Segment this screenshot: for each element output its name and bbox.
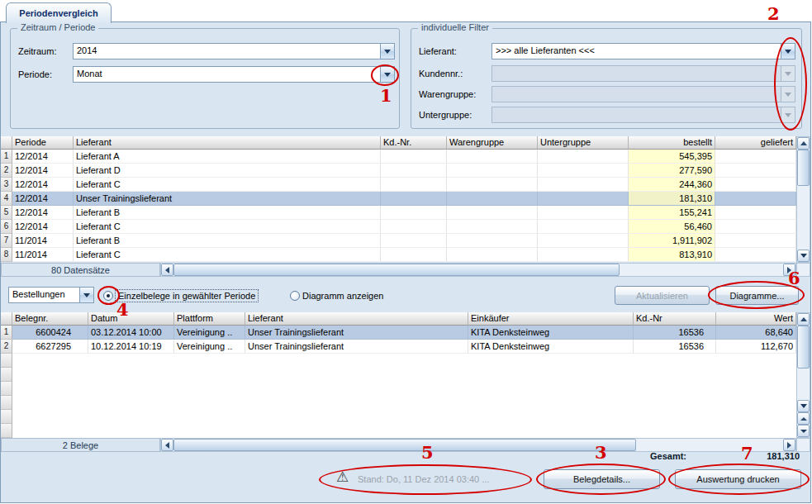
table-row-empty[interactable]: [1, 396, 796, 410]
row-number: 2: [1, 164, 12, 178]
cell-einkaeufer: KITA Denksteinweg: [468, 326, 634, 340]
row-number: [1, 424, 12, 438]
table-row-empty[interactable]: [1, 382, 796, 396]
cell-periode: 12/2014: [12, 164, 74, 178]
radio-diagramm[interactable]: [290, 291, 300, 301]
empty-cell: [12, 354, 796, 368]
lieferant-dropdown-button[interactable]: [781, 44, 795, 59]
table-row[interactable]: 2 6627295 10.12.2014 10:19 Vereinigung .…: [1, 340, 796, 354]
column-header-kdnr[interactable]: Kd.-Nr.: [381, 136, 447, 150]
periode-dropdown-button[interactable]: [380, 67, 394, 82]
auswertung-drucken-button[interactable]: Auswertung drucken: [675, 469, 801, 489]
table-row[interactable]: 5 12/2014 Lieferant B 155,241: [1, 206, 796, 220]
scroll-left-button[interactable]: [161, 264, 173, 276]
warengruppe-dropdown-button: [781, 87, 795, 102]
cell-lieferant: Lieferant B: [74, 234, 381, 248]
lieferant-value[interactable]: >>> alle Lieferanten <<<: [492, 44, 781, 59]
beleg-table-hscrollbar[interactable]: [160, 438, 796, 452]
zeitraum-value[interactable]: 2014: [74, 44, 380, 59]
scroll-right-button[interactable]: [783, 439, 795, 451]
column-header-bestellt[interactable]: bestellt: [629, 136, 715, 150]
zeitraum-dropdown-button[interactable]: [380, 44, 394, 59]
cell-warengruppe: [447, 220, 538, 234]
scroll-page-up-button[interactable]: [797, 412, 810, 425]
cell-plattform: Vereinigung ..: [174, 326, 245, 340]
lieferant-combobox[interactable]: >>> alle Lieferanten <<<: [491, 43, 795, 59]
table-row[interactable]: 3 12/2014 Lieferant C 244,360: [1, 178, 796, 192]
cell-kdnr: [381, 234, 447, 248]
table-row-empty[interactable]: [1, 424, 796, 438]
column-header-einkaeufer[interactable]: Einkäufer: [468, 312, 634, 326]
double-arrow-down-icon: [800, 430, 807, 433]
radio-einzelbelege[interactable]: [103, 291, 113, 301]
arrow-right-icon: [787, 442, 791, 449]
chevron-down-icon: [785, 113, 791, 117]
belegart-dropdown-button[interactable]: [79, 288, 93, 302]
row-number: [1, 368, 12, 382]
table-row[interactable]: 2 12/2014 Lieferant D 277,590: [1, 164, 796, 178]
column-header-wert[interactable]: Wert: [716, 312, 796, 326]
radio-einzelbelege-label[interactable]: Einzelbelege in gewählter Periode: [115, 289, 259, 302]
table-row-empty[interactable]: [1, 368, 796, 382]
arrow-left-icon: [165, 442, 169, 449]
beleg-table: Belegnr. Datum Plattform Lieferant Einkä…: [1, 312, 796, 438]
scroll-up-button[interactable]: [797, 313, 810, 326]
table-row-selected[interactable]: 4 12/2014 Unser Trainingslieferant 181,3…: [1, 192, 796, 206]
main-table-vscrollbar[interactable]: [796, 136, 810, 263]
period-comparison-table: Periode Lieferant Kd.-Nr. Warengruppe Un…: [1, 136, 796, 262]
scroll-thumb[interactable]: [797, 150, 810, 186]
table-row-selected[interactable]: 1 6600424 03.12.2014 10:00 Vereinigung .…: [1, 326, 796, 340]
cell-lieferant: Lieferant D: [74, 164, 381, 178]
table-row-empty[interactable]: [1, 354, 796, 368]
kundennr-label: Kundennr.:: [419, 69, 463, 78]
arrow-left-icon: [165, 267, 169, 273]
diagramme-button[interactable]: Diagramme...: [715, 286, 799, 305]
column-header-lieferant[interactable]: Lieferant: [74, 136, 381, 150]
column-header-lieferant[interactable]: Lieferant: [245, 312, 468, 326]
scroll-down-button[interactable]: [797, 250, 810, 262]
beleg-table-vscrollbar[interactable]: [796, 312, 810, 438]
column-header-periode[interactable]: Periode: [12, 136, 74, 150]
belegdetails-button[interactable]: Belegdetails...: [544, 469, 660, 489]
scroll-up-button[interactable]: [797, 137, 810, 150]
table-row[interactable]: 7 11/2014 Lieferant B 1,911,902: [1, 234, 796, 248]
belegart-combobox[interactable]: Bestellungen: [8, 287, 94, 303]
scroll-down-button[interactable]: [797, 400, 810, 412]
column-header-warengruppe[interactable]: Warengruppe: [447, 136, 538, 150]
scroll-left-button[interactable]: [161, 439, 173, 451]
aktualisieren-button[interactable]: Aktualisieren: [615, 286, 710, 305]
cell-untergruppe: [538, 220, 629, 234]
row-number: 2: [1, 340, 12, 354]
cell-untergruppe: [538, 248, 629, 262]
row-number: [1, 354, 12, 368]
radio-diagramm-label[interactable]: Diagramm anzeigen: [302, 291, 383, 301]
column-header-geliefert[interactable]: geliefert: [715, 136, 796, 150]
column-header-plattform[interactable]: Plattform: [174, 312, 245, 326]
scroll-right-button[interactable]: [783, 264, 795, 276]
cell-lieferant: Unser Trainingslieferant: [74, 192, 381, 206]
cell-geliefert: [715, 248, 796, 262]
cell-warengruppe: [447, 248, 538, 262]
periode-value[interactable]: Monat: [74, 67, 380, 82]
zeitraum-combobox[interactable]: 2014: [73, 43, 395, 59]
scroll-thumb[interactable]: [173, 264, 620, 276]
scroll-page-down-button[interactable]: [797, 425, 810, 437]
column-header-belegnr[interactable]: Belegnr.: [12, 312, 88, 326]
cell-periode: 11/2014: [12, 248, 74, 262]
cell-lieferant: Lieferant C: [74, 178, 381, 192]
main-table-hscrollbar[interactable]: [160, 263, 796, 277]
belegart-value[interactable]: Bestellungen: [9, 288, 79, 302]
periode-combobox[interactable]: Monat: [73, 66, 395, 83]
tab-periodenvergleich[interactable]: Periodenvergleich: [6, 2, 112, 23]
table-row[interactable]: 6 12/2014 Lieferant C 56,460: [1, 220, 796, 234]
gesamt-value: 181,310: [748, 451, 800, 461]
column-header-untergruppe[interactable]: Untergruppe: [538, 136, 629, 150]
column-header-datum[interactable]: Datum: [88, 312, 174, 326]
column-header-kdnr[interactable]: Kd.-Nr: [634, 312, 716, 326]
cell-bestellt: 277,590: [629, 164, 715, 178]
scroll-thumb[interactable]: [797, 326, 810, 368]
scroll-thumb[interactable]: [173, 439, 636, 451]
table-row-empty[interactable]: [1, 410, 796, 424]
table-row[interactable]: 1 12/2014 Lieferant A 545,395: [1, 150, 796, 164]
table-row[interactable]: 8 11/2014 Lieferant C 813,910: [1, 248, 796, 262]
